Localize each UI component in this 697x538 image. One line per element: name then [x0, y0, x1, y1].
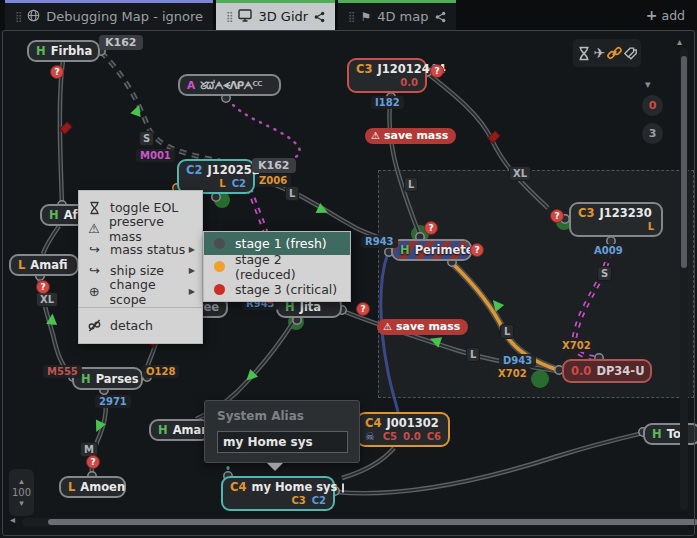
system-node-amafi[interactable]: L Amafi [9, 254, 79, 276]
menu-item-change-scope[interactable]: ⊕ change scope ▶ [79, 281, 202, 302]
unknown-status-badge[interactable]: ? [424, 221, 438, 235]
zoom-out-arrow[interactable]: ▾ [19, 499, 24, 508]
add-map-button[interactable]: + add [634, 0, 697, 30]
vertical-scrollbar[interactable] [680, 48, 688, 510]
hourglass-icon[interactable] [576, 44, 591, 62]
wormhole-type-label[interactable]: R943 [361, 235, 398, 248]
skull-icon: ☠ [365, 431, 375, 443]
system-name: Amoen [80, 480, 125, 494]
wormhole-type-label[interactable]: 2971 [95, 395, 131, 408]
wormhole-type-label[interactable]: X702 [558, 339, 595, 352]
link-icon[interactable] [607, 44, 622, 62]
submenu-item-label: stage 3 (critical) [235, 282, 337, 297]
scope-icon: ⊕ [87, 284, 102, 299]
zoom-in-arrow[interactable]: ▴ [19, 477, 24, 486]
menu-item-mass-status[interactable]: ↪ mass status ▶ [79, 239, 202, 260]
unknown-status-badge[interactable]: ? [36, 280, 50, 294]
mass-value: 0.0 [403, 431, 421, 443]
statics-tag: L [648, 221, 654, 233]
submenu-item-stage2[interactable]: stage 2 (reduced) [204, 255, 350, 278]
stage-dot [214, 284, 225, 295]
system-node-home[interactable]: C4 my Home sys C3 C2 [221, 476, 335, 511]
vertical-scrollbar-thumb[interactable] [681, 56, 687, 268]
wormhole-type-label[interactable]: Z006 [255, 174, 291, 187]
system-node-amarr[interactable]: H Amarr [149, 419, 211, 441]
drag-handle-icon[interactable]: ⣿ [226, 11, 232, 22]
system-node-j001302[interactable]: C4 J001302 ☠ C5 0.0 C6 [356, 412, 450, 447]
counter-badge-red[interactable]: 0 [642, 95, 663, 116]
question-glyph: ? [428, 223, 433, 233]
dialog-pointer [267, 463, 283, 471]
tab-debugging-map[interactable]: ⣿ Debugging Map - ignore [5, 0, 213, 30]
wormhole-class: C3 [578, 206, 594, 221]
unknown-status-badge[interactable]: ? [470, 243, 484, 257]
system-name: J001302 [386, 416, 438, 431]
save-mass-badge[interactable]: ⚠ save mass [377, 319, 468, 335]
counter-badge-gray[interactable]: 3 [642, 123, 663, 144]
ship-icon[interactable]: ✈ [592, 44, 607, 62]
security-class: H [652, 427, 662, 441]
tab-3d-gidr[interactable]: ⣿ 3D Gidr [216, 0, 335, 30]
system-node-parses[interactable]: H Parses [72, 367, 143, 390]
zoom-widget: ▴ 100 ▾ [9, 469, 34, 516]
wormhole-type-label[interactable]: M001 [136, 149, 175, 162]
menu-item-preserve-mass[interactable]: ⚠ preserve mass [79, 218, 202, 239]
submenu-arrow-icon: ▶ [189, 287, 195, 296]
scroll-up-icon[interactable]: ▴ [677, 36, 682, 47]
wormhole-type-label[interactable]: M555 [43, 365, 82, 378]
question-glyph: ? [40, 282, 45, 292]
unknown-status-badge[interactable]: ? [430, 64, 444, 78]
system-node-dp34u[interactable]: 0.0 DP34-U [562, 359, 652, 383]
share-icon[interactable] [314, 11, 325, 23]
wormhole-type-label[interactable]: D943 [499, 354, 536, 367]
menu-item-label: mass status [110, 242, 185, 257]
system-node-j123230[interactable]: C3 J123230 L [569, 202, 663, 237]
system-name: Amafi [30, 258, 67, 272]
question-glyph: ? [90, 457, 95, 467]
wormhole-type-label[interactable]: O128 [142, 365, 179, 378]
alias-input[interactable] [217, 431, 348, 453]
scroll-left-icon[interactable]: ◂ [10, 514, 15, 525]
menu-item-label: change scope [110, 277, 194, 307]
system-node-firbha[interactable]: H Firbha [27, 40, 100, 62]
unknown-status-badge[interactable]: ? [86, 455, 100, 469]
wormhole-type-label[interactable]: I182 [371, 96, 404, 109]
hourglass-icon [87, 201, 102, 215]
wormhole-type-label[interactable]: A009 [590, 244, 627, 257]
wormhole-type-label[interactable]: X702 [494, 367, 531, 380]
tab-4d-map[interactable]: ⣿ ⚑ 4D map [338, 0, 455, 30]
unknown-status-badge[interactable]: ? [356, 302, 370, 316]
share-icon[interactable] [435, 11, 446, 23]
system-node-j120252[interactable]: C2 J120252 L C2 [177, 159, 255, 194]
statics-tag: C3 [291, 495, 305, 507]
system-node-amoen[interactable]: L Amoen [59, 476, 126, 498]
drag-handle-icon[interactable]: ⣿ [348, 11, 354, 22]
save-mass-badge[interactable]: ⚠ save mass [365, 128, 456, 144]
menu-item-label: detach [110, 318, 153, 333]
menu-item-detach[interactable]: detach [79, 313, 202, 337]
system-node-tos[interactable]: H Tos [643, 423, 697, 445]
horizontal-scrollbar-thumb[interactable] [48, 519, 697, 525]
system-node-j12012444[interactable]: C3 J12012444 0.0 [347, 58, 427, 93]
warning-icon: ⚠ [371, 131, 380, 141]
drag-handle-icon[interactable]: ⣿ [15, 11, 21, 22]
add-label: add [661, 8, 685, 23]
detach-icon [87, 319, 102, 332]
question-glyph: ? [434, 66, 439, 76]
system-node-alien[interactable]: A ᘜᘺᗅᗛᐱᑭᗅᒼᒼ [178, 74, 281, 96]
security-class: A [187, 79, 195, 91]
chevron-down-icon[interactable]: ▾ [645, 78, 651, 91]
submenu-item-stage3[interactable]: stage 3 (critical) [204, 278, 350, 301]
branch-icon: ↪ [87, 242, 102, 257]
unknown-status-badge[interactable]: ? [550, 209, 564, 223]
statics-tag: C2 [232, 178, 246, 190]
wormhole-type-label[interactable]: K162 [252, 158, 296, 173]
system-node-perimeter[interactable]: H Perimeter [391, 239, 472, 261]
tags-icon[interactable] [623, 44, 638, 62]
ship-size-tag: XL [509, 166, 531, 181]
wormhole-type-label[interactable]: K162 [99, 35, 143, 50]
horizontal-scrollbar[interactable] [22, 518, 690, 526]
unknown-status-badge[interactable]: ? [50, 65, 64, 79]
map-options-toolbar: ✈ [573, 39, 641, 67]
system-alias-dialog: System Alias [204, 400, 360, 463]
